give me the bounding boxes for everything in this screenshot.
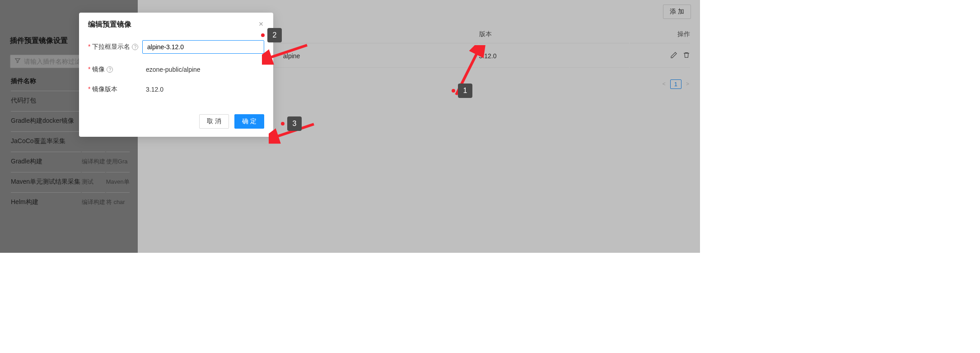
help-icon[interactable]: ? [132,44,138,50]
label-display-name: *下拉框显示名? [88,43,142,51]
version-value: 3.12.0 [142,86,264,93]
list-item[interactable]: Gradle构建编译构建使用Gra [11,152,130,171]
confirm-button[interactable]: 确 定 [234,114,264,129]
image-value: ezone-public/alpine [142,66,264,73]
list-item[interactable]: Helm构建编译构建将 char [11,192,130,212]
plugin-col-name: 插件名称 [11,77,81,90]
edit-modal: 编辑预置镜像 *下拉框显示名? *镜像? ezone-public/alpine… [79,13,273,137]
close-icon[interactable] [258,21,264,29]
label-image: *镜像? [88,65,142,74]
cancel-button[interactable]: 取 消 [199,114,229,129]
help-icon[interactable]: ? [107,66,113,73]
label-version: *镜像版本 [88,85,142,93]
modal-title: 编辑预置镜像 [88,20,131,29]
list-item[interactable]: Maven单元测试结果采集测试Maven单 [11,172,130,191]
filter-icon [14,58,21,65]
display-name-input[interactable] [142,40,264,54]
